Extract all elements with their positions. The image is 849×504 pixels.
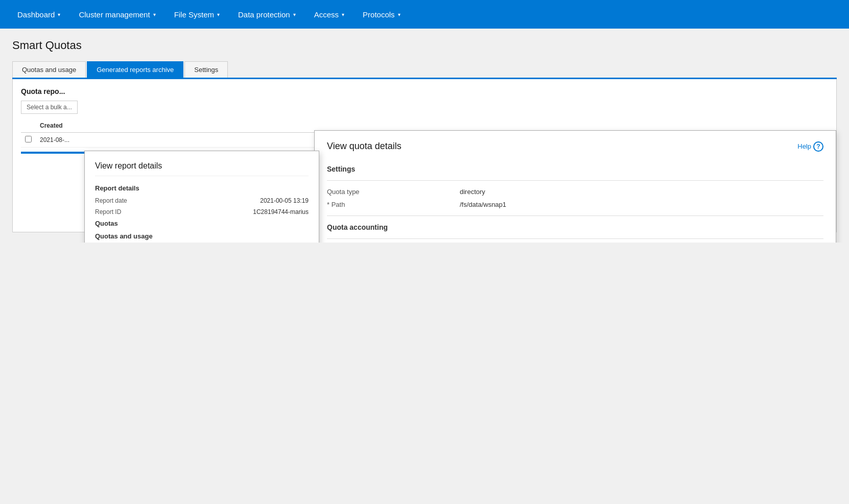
modal-quotas-title: Quotas: [95, 220, 309, 227]
nav-protocols-label: Protocols: [363, 10, 395, 19]
row-checkbox-1[interactable]: [25, 136, 32, 142]
nav-dashboard-caret: ▾: [58, 12, 60, 17]
panel-accounting-title: Quota accounting: [327, 223, 823, 231]
nav-cluster-management[interactable]: Cluster management ▾: [69, 0, 164, 29]
nav-data-protection[interactable]: Data protection ▾: [229, 0, 305, 29]
panel-header: View quota details Help ?: [327, 141, 823, 157]
panel-row-quota-type: Quota type directory: [327, 188, 823, 196]
divider-1: [327, 180, 823, 181]
path-value: /fs/data/wsnap1: [460, 201, 823, 208]
nav-dataprotection-caret: ▾: [293, 12, 296, 17]
report-id-label: Report ID: [95, 208, 156, 215]
nav-dashboard[interactable]: Dashboard ▾: [8, 0, 69, 29]
tab-bar: Quotas and usage Generated reports archi…: [12, 61, 837, 79]
panel-row-path: * Path /fs/data/wsnap1: [327, 201, 823, 208]
quota-details-panel: View quota details Help ? Settings Quota…: [314, 130, 836, 243]
tab-quotas-usage[interactable]: Quotas and usage: [12, 61, 86, 78]
path-label: * Path: [327, 201, 460, 208]
report-date-value: 2021-00-05 13:19: [156, 197, 309, 204]
report-details-modal: View report details Report details Repor…: [84, 151, 319, 243]
modal-report-details-title: Report details: [95, 184, 309, 192]
divider-3: [327, 238, 823, 239]
nav-file-system[interactable]: File System ▾: [165, 0, 229, 29]
report-date-label: Report date: [95, 197, 156, 204]
nav-dataprotection-label: Data protection: [238, 10, 290, 19]
page-title: Smart Quotas: [12, 39, 837, 52]
nav-filesystem-label: File System: [174, 10, 214, 19]
tab-settings[interactable]: Settings: [184, 61, 228, 78]
main-area: Quota repo... Select a bulk a... Created…: [12, 79, 837, 232]
nav-access-label: Access: [314, 10, 339, 19]
nav-protocols-caret: ▾: [398, 12, 400, 17]
modal-quotas-usage-title: Quotas and usage: [95, 232, 309, 240]
help-icon: ?: [813, 141, 823, 152]
nav-filesystem-caret: ▾: [217, 12, 220, 17]
page-content: Smart Quotas Quotas and usage Generated …: [0, 29, 849, 243]
panel-settings-title: Settings: [327, 165, 823, 173]
detail-row-report-id: Report ID 1C28194744-marius: [95, 208, 309, 215]
quota-type-value: directory: [460, 188, 823, 196]
nav-access[interactable]: Access ▾: [305, 0, 353, 29]
nav-protocols[interactable]: Protocols ▾: [353, 0, 410, 29]
help-label: Help: [797, 142, 811, 150]
nav-cluster-label: Cluster management: [79, 10, 150, 19]
nav-dashboard-label: Dashboard: [17, 10, 55, 19]
tab-generated-reports[interactable]: Generated reports archive: [87, 61, 183, 78]
nav-access-caret: ▾: [342, 12, 344, 17]
nav-cluster-caret: ▾: [153, 12, 156, 17]
bulk-action-select[interactable]: Select a bulk a...: [21, 101, 78, 114]
detail-row-report-date: Report date 2021-00-05 13:19: [95, 197, 309, 204]
quota-type-label: Quota type: [327, 188, 460, 196]
divider-2: [327, 215, 823, 216]
report-id-value: 1C28194744-marius: [156, 208, 309, 215]
modal-title: View report details: [95, 161, 309, 176]
help-button[interactable]: Help ?: [797, 141, 823, 152]
col-checkbox: [21, 119, 36, 133]
quota-report-header: Quota repo...: [21, 87, 828, 95]
panel-title: View quota details: [327, 141, 402, 152]
top-navigation: Dashboard ▾ Cluster management ▾ File Sy…: [0, 0, 849, 29]
